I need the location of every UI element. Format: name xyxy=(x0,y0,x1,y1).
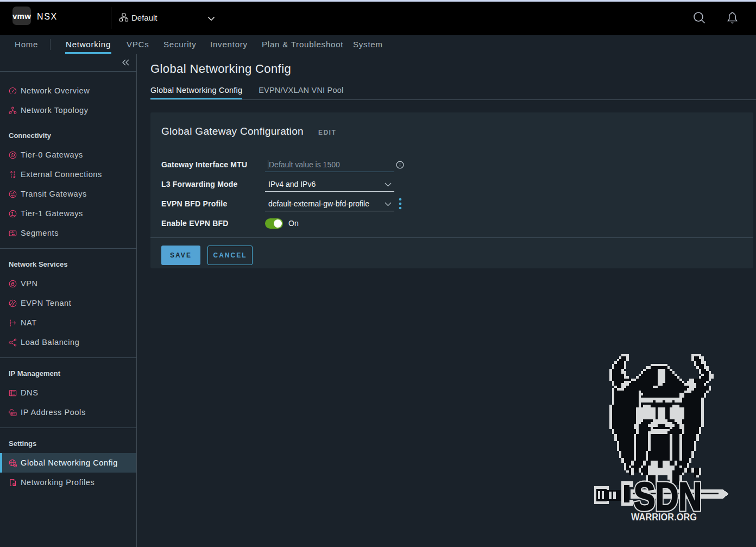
svg-text:WARRIOR.ORG: WARRIOR.ORG xyxy=(631,512,697,523)
